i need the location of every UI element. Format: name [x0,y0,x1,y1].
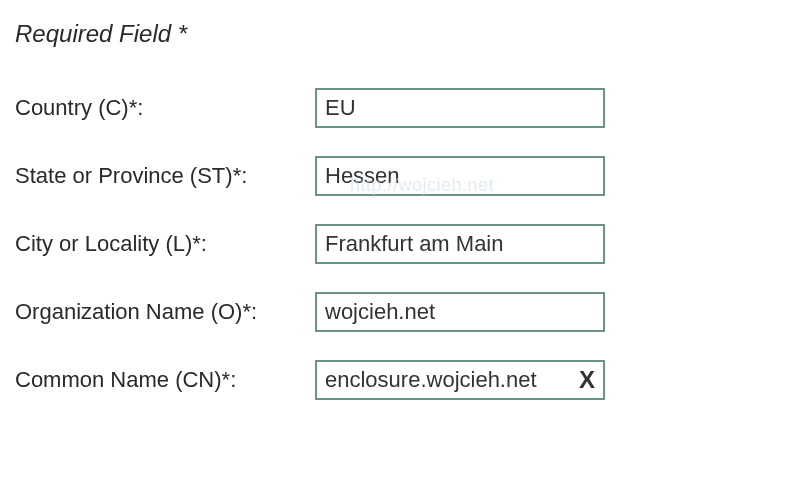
city-row: City or Locality (L)*: [15,224,785,264]
required-field-header: Required Field * [15,20,785,48]
organization-row: Organization Name (O)*: [15,292,785,332]
common-name-label: Common Name (CN)*: [15,367,315,393]
organization-label: Organization Name (O)*: [15,299,315,325]
state-label: State or Province (ST)*: [15,163,315,189]
common-name-input[interactable] [315,360,605,400]
city-label: City or Locality (L)*: [15,231,315,257]
common-name-row: Common Name (CN)*: X [15,360,785,400]
common-name-input-wrapper: X [315,360,605,400]
clear-icon[interactable]: X [579,366,595,394]
state-row: State or Province (ST)*: [15,156,785,196]
country-input[interactable] [315,88,605,128]
organization-input[interactable] [315,292,605,332]
country-row: Country (C)*: [15,88,785,128]
state-input[interactable] [315,156,605,196]
country-label: Country (C)*: [15,95,315,121]
city-input[interactable] [315,224,605,264]
